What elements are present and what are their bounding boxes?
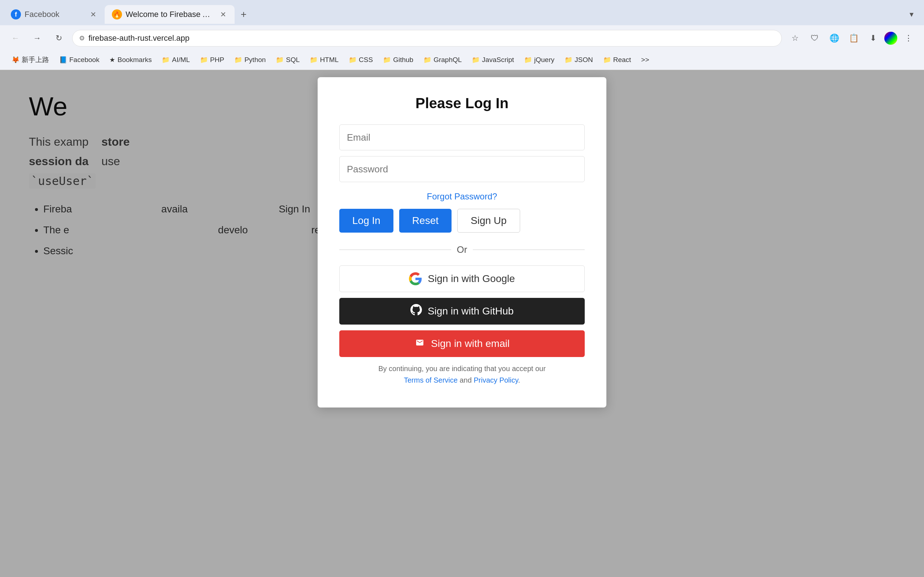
reload-button[interactable]: ↻ — [50, 30, 67, 47]
google-logo-icon — [409, 272, 422, 285]
tab-facebook-close[interactable]: ✕ — [89, 10, 97, 19]
address-bar[interactable]: ⚙ firebase-auth-rust.vercel.app — [72, 30, 782, 47]
tab-firebase[interactable]: 🔥 Welcome to Firebase Authent ✕ — [105, 5, 234, 24]
tab-firebase-close[interactable]: ✕ — [219, 10, 228, 19]
divider-text: Or — [457, 244, 467, 255]
extension-btn-1[interactable]: 🛡 — [806, 30, 823, 47]
modal-overlay: Please Log In Forgot Password? Log In Re… — [0, 70, 924, 577]
bookmark-css[interactable]: 📁 CSS — [344, 55, 377, 65]
bookmark-xinshoulv-label: 新手上路 — [22, 55, 49, 64]
profile-avatar[interactable] — [884, 32, 897, 45]
signup-button[interactable]: Sign Up — [457, 209, 520, 233]
divider-line-right — [473, 250, 585, 250]
bookmark-javascript-label: JavaScript — [482, 56, 514, 64]
bookmark-react[interactable]: 📁 React — [599, 55, 636, 65]
email-logo-icon — [414, 338, 425, 347]
tab-facebook[interactable]: f Facebook ✕ — [3, 5, 105, 24]
terms-and: and — [460, 376, 474, 384]
email-signin-label: Sign in with email — [431, 338, 510, 350]
bookmark-html[interactable]: 📁 HTML — [305, 55, 343, 65]
nav-bar: ← → ↻ ⚙ firebase-auth-rust.vercel.app ☆ … — [0, 25, 924, 51]
or-divider: Or — [339, 244, 585, 255]
bookmark-css-label: CSS — [359, 56, 373, 64]
facebook-favicon: f — [11, 10, 21, 19]
security-icon: ⚙ — [79, 34, 85, 42]
tab-firebase-title: Welcome to Firebase Authent — [126, 10, 215, 19]
firebase-favicon: 🔥 — [112, 10, 122, 19]
bookmark-jquery-label: jQuery — [534, 56, 554, 64]
terms-pretext: By continuing, you are indicating that y… — [378, 364, 546, 372]
modal-title: Please Log In — [339, 95, 585, 111]
extension-btn-3[interactable]: 📋 — [845, 30, 862, 47]
bookmark-bookmarks-label: Bookmarks — [117, 56, 152, 64]
bookmark-graphql[interactable]: 📁 GraphQL — [419, 55, 466, 65]
bookmark-json-label: JSON — [575, 56, 593, 64]
login-modal: Please Log In Forgot Password? Log In Re… — [318, 77, 606, 408]
profile-avatars[interactable] — [884, 30, 897, 47]
bookmark-more-label: >> — [641, 56, 649, 64]
tab-dropdown-button[interactable]: ▾ — [902, 5, 921, 23]
github-signin-button[interactable]: Sign in with GitHub — [339, 298, 585, 324]
terms-of-service-link[interactable]: Terms of Service — [404, 376, 458, 384]
bookmark-star-button[interactable]: ☆ — [787, 30, 803, 47]
extension-btn-2[interactable]: 🌐 — [826, 30, 842, 47]
bookmark-react-label: React — [613, 56, 631, 64]
bookmark-jquery[interactable]: 📁 jQuery — [520, 55, 559, 65]
github-signin-label: Sign in with GitHub — [428, 305, 514, 317]
bookmark-graphql-label: GraphQL — [433, 56, 462, 64]
new-tab-button[interactable]: + — [234, 5, 253, 23]
tab-bar: f Facebook ✕ 🔥 Welcome to Firebase Authe… — [0, 0, 924, 25]
bookmark-xinshoulv[interactable]: 🦊 新手上路 — [7, 54, 53, 66]
bookmark-json[interactable]: 📁 JSON — [560, 55, 597, 65]
bookmark-facebook-label: Facebook — [69, 56, 99, 64]
address-text: firebase-auth-rust.vercel.app — [89, 34, 775, 43]
email-signin-button[interactable]: Sign in with email — [339, 330, 585, 357]
forward-button[interactable]: → — [29, 30, 45, 47]
bookmark-python[interactable]: 📁 Python — [230, 55, 270, 65]
download-button[interactable]: ⬇ — [865, 30, 881, 47]
reset-button[interactable]: Reset — [399, 209, 452, 233]
bookmark-python-label: Python — [244, 56, 266, 64]
bookmark-html-label: HTML — [320, 56, 339, 64]
privacy-policy-link[interactable]: Privacy Policy — [473, 376, 518, 384]
bookmark-sql[interactable]: 📁 SQL — [271, 55, 304, 65]
tab-facebook-title: Facebook — [24, 10, 85, 19]
divider-line-left — [339, 250, 451, 250]
google-signin-label: Sign in with Google — [428, 273, 515, 285]
back-button[interactable]: ← — [7, 30, 24, 47]
bookmark-more[interactable]: >> — [637, 55, 653, 65]
bookmark-facebook[interactable]: 📘 Facebook — [55, 55, 103, 65]
bookmarks-bar: 🦊 新手上路 📘 Facebook ★ Bookmarks 📁 AI/ML 📁 … — [0, 51, 924, 70]
browser-chrome: f Facebook ✕ 🔥 Welcome to Firebase Authe… — [0, 0, 924, 70]
bookmark-github-label: Github — [393, 56, 413, 64]
login-button[interactable]: Log In — [339, 209, 393, 233]
page-content: We lcom to Firebase Authentication! This… — [0, 70, 924, 577]
forgot-password-link[interactable]: Forgot Password? — [427, 192, 498, 201]
bookmark-aiml[interactable]: 📁 AI/ML — [157, 55, 194, 65]
bookmark-javascript[interactable]: 📁 JavaScript — [467, 55, 518, 65]
password-field[interactable] — [339, 156, 585, 182]
google-signin-button[interactable]: Sign in with Google — [339, 266, 585, 292]
bookmark-aiml-label: AI/ML — [172, 56, 190, 64]
terms-container: By continuing, you are indicating that y… — [339, 363, 585, 386]
auth-button-row: Log In Reset Sign Up — [339, 209, 585, 233]
bookmark-bookmarks[interactable]: ★ Bookmarks — [105, 55, 156, 65]
github-icon — [410, 304, 422, 318]
email-icon — [414, 338, 425, 350]
github-logo-icon — [410, 304, 422, 316]
bookmark-sql-label: SQL — [286, 56, 300, 64]
bookmark-php[interactable]: 📁 PHP — [195, 55, 228, 65]
forgot-password-link-container: Forgot Password? — [339, 192, 585, 201]
bookmark-php-label: PHP — [210, 56, 224, 64]
bookmark-github[interactable]: 📁 Github — [379, 55, 418, 65]
menu-button[interactable]: ⋮ — [900, 30, 917, 47]
email-field[interactable] — [339, 124, 585, 150]
nav-actions: ☆ 🛡 🌐 📋 ⬇ ⋮ — [787, 30, 917, 47]
terms-period: . — [518, 376, 520, 384]
